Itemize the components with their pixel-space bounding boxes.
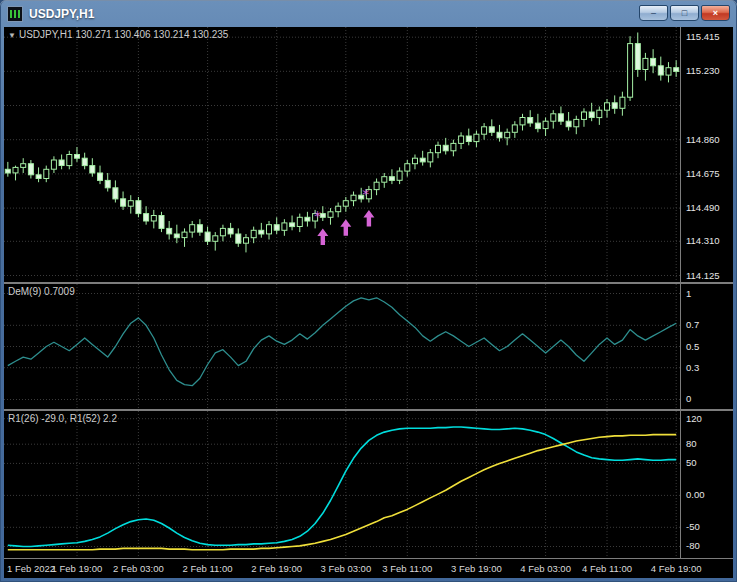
chevron-down-icon[interactable]: ▼ bbox=[8, 31, 16, 40]
time-tick-label: 4 Feb 03:00 bbox=[520, 563, 571, 574]
axis-tick-label: 114.490 bbox=[686, 203, 720, 213]
axis-tick-label: 80 bbox=[686, 439, 697, 449]
axis-tick-label: 120 bbox=[686, 414, 702, 424]
axis-tick-label: 114.860 bbox=[686, 135, 720, 145]
time-tick-label: 2 Feb 19:00 bbox=[251, 563, 302, 574]
dem-axis[interactable]: 10.70.50.30 bbox=[680, 284, 733, 409]
time-tick-label: 4 Feb 19:00 bbox=[651, 563, 702, 574]
time-tick-label: 2 Feb 03:00 bbox=[113, 563, 164, 574]
mt4-chart-window: USDJPY,H1 – □ × ▼USDJPY,H1 130.271 130.4… bbox=[0, 0, 737, 582]
price-axis[interactable]: 115.415115.230114.860114.675114.490114.3… bbox=[680, 27, 733, 282]
chart-canvas bbox=[4, 284, 680, 409]
axis-tick-label: 0 bbox=[686, 394, 691, 404]
r1-indicator-label: R1(26) -29.0, R1(52) 2.2 bbox=[8, 413, 117, 424]
ohlc-values: 130.271 130.406 130.214 130.235 bbox=[75, 29, 228, 40]
axis-tick-label: 0.7 bbox=[686, 320, 699, 330]
window-controls: – □ × bbox=[639, 0, 730, 21]
close-button[interactable]: × bbox=[701, 5, 730, 21]
axis-tick-label: 115.415 bbox=[686, 32, 720, 42]
price-chart-plot[interactable]: ▼USDJPY,H1 130.271 130.406 130.214 130.2… bbox=[4, 27, 680, 282]
symbol-label: USDJPY,H1 bbox=[19, 29, 73, 40]
time-axis[interactable]: 1 Feb 20221 Feb 19:002 Feb 03:002 Feb 11… bbox=[4, 559, 733, 578]
time-tick-label: 3 Feb 03:00 bbox=[320, 563, 371, 574]
time-tick-label: 3 Feb 11:00 bbox=[382, 563, 432, 574]
time-tick-label: 2 Feb 11:00 bbox=[183, 563, 233, 574]
axis-tick-label: 0.3 bbox=[686, 363, 699, 373]
axis-tick-label: -80 bbox=[686, 541, 700, 551]
axis-tick-label: 0.00 bbox=[686, 490, 705, 500]
axis-tick-label: 114.675 bbox=[686, 169, 720, 179]
time-tick-label: 1 Feb 19:00 bbox=[52, 563, 103, 574]
chart-canvas bbox=[4, 411, 680, 558]
r1-axis[interactable]: 12080500.00-50-80 bbox=[680, 411, 733, 558]
dem-indicator-plot[interactable]: DeM(9) 0.7009 bbox=[4, 284, 680, 409]
axis-tick-label: 1 bbox=[686, 289, 691, 299]
axis-tick-label: -50 bbox=[686, 522, 700, 532]
chart-app-icon bbox=[7, 6, 23, 22]
buy-signal-arrow-icon bbox=[317, 229, 328, 246]
window-titlebar[interactable]: USDJPY,H1 – □ × bbox=[0, 0, 737, 27]
minimize-button[interactable]: – bbox=[639, 5, 668, 21]
r1-indicator-panel: R1(26) -29.0, R1(52) 2.2 12080500.00-50-… bbox=[4, 411, 733, 558]
dem-indicator-label: DeM(9) 0.7009 bbox=[8, 286, 75, 297]
maximize-button[interactable]: □ bbox=[670, 5, 699, 21]
symbol-ohlc-label: ▼USDJPY,H1 130.271 130.406 130.214 130.2… bbox=[8, 29, 228, 40]
price-panel: ▼USDJPY,H1 130.271 130.406 130.214 130.2… bbox=[4, 27, 733, 282]
axis-tick-label: 50 bbox=[686, 458, 697, 468]
window-title: USDJPY,H1 bbox=[29, 7, 94, 21]
axis-tick-label: 114.310 bbox=[686, 236, 720, 246]
time-tick-label: 3 Feb 19:00 bbox=[451, 563, 502, 574]
time-tick-label: 4 Feb 11:00 bbox=[582, 563, 632, 574]
buy-signal-arrow-icon bbox=[363, 210, 374, 227]
axis-tick-label: 0.5 bbox=[686, 342, 699, 352]
signal-star-icon: * bbox=[314, 208, 321, 224]
chart-canvas: ** bbox=[4, 27, 680, 282]
chart-client-area: ▼USDJPY,H1 130.271 130.406 130.214 130.2… bbox=[4, 27, 733, 578]
axis-tick-label: 115.230 bbox=[686, 66, 720, 76]
buy-signal-arrow-icon bbox=[340, 219, 351, 236]
r1-indicator-plot[interactable]: R1(26) -29.0, R1(52) 2.2 bbox=[4, 411, 680, 558]
dem-indicator-panel: DeM(9) 0.7009 10.70.50.30 bbox=[4, 284, 733, 409]
signal-star-icon: * bbox=[362, 186, 369, 202]
axis-tick-label: 114.125 bbox=[686, 271, 720, 281]
time-tick-label: 1 Feb 2022 bbox=[7, 563, 55, 574]
